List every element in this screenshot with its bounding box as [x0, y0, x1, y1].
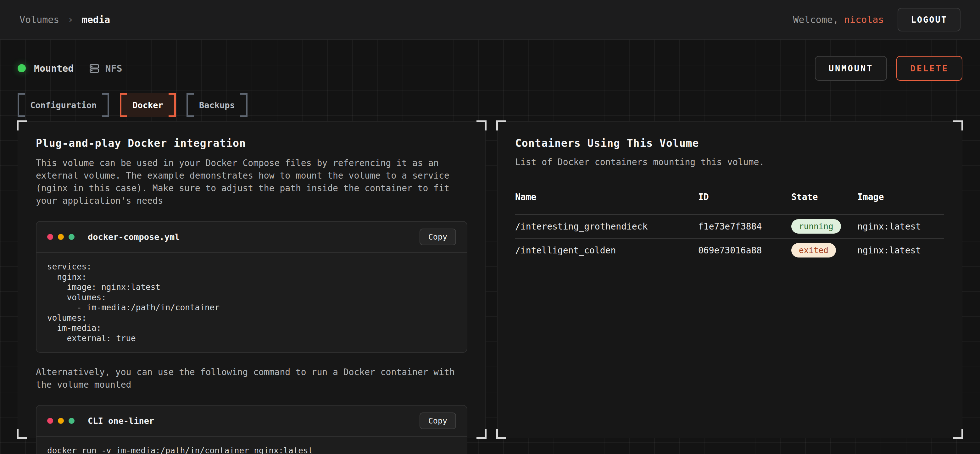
topbar: Volumes › media Welcome, nicolas LOGOUT: [0, 0, 980, 40]
container-id: 069e73016a88: [698, 245, 791, 256]
server-icon: [89, 63, 100, 74]
compose-copy-button[interactable]: Copy: [420, 229, 456, 245]
corner-bracket: [496, 429, 506, 439]
state-badge: exited: [791, 243, 836, 257]
username: nicolas: [844, 14, 884, 25]
traffic-amber-icon: [58, 418, 64, 424]
traffic-red-icon: [47, 234, 53, 240]
column-header-id: ID: [698, 192, 791, 202]
containers-table: Name ID State Image /interesting_grothen…: [515, 192, 944, 262]
containers-panel: Containers Using This Volume List of Doc…: [497, 121, 963, 438]
delete-button[interactable]: DELETE: [896, 56, 963, 81]
traffic-lights: [47, 234, 75, 240]
containers-panel-subtitle: List of Docker containers mounting this …: [515, 157, 944, 167]
tab-docker[interactable]: Docker: [120, 93, 176, 117]
column-header-state: State: [791, 192, 858, 202]
traffic-green-icon: [68, 418, 75, 424]
unmount-button[interactable]: UNMOUNT: [815, 56, 887, 81]
mounted-label: Mounted: [34, 63, 73, 74]
state-badge: running: [791, 219, 841, 233]
cli-code-header: CLI one-liner Copy: [37, 406, 467, 437]
corner-bracket: [476, 429, 487, 439]
main-content: Mounted NFS UNMOUNT DELETE Configuration…: [0, 40, 980, 454]
docker-integration-panel: Plug-and-play Docker integration This vo…: [18, 121, 485, 438]
driver-badge: NFS: [89, 63, 122, 74]
compose-code-header: docker-compose.yml Copy: [37, 222, 467, 253]
breadcrumb: Volumes › media: [19, 14, 110, 25]
table-row: /intelligent_colden069e73016a88exitedngi…: [515, 238, 944, 262]
compose-code-block: docker-compose.yml Copy services: nginx:…: [36, 221, 467, 353]
corner-bracket: [496, 121, 506, 130]
traffic-amber-icon: [58, 234, 64, 240]
corner-bracket: [953, 121, 963, 130]
docker-panel-description: This volume can be used in your Docker C…: [36, 157, 467, 207]
driver-label: NFS: [105, 63, 122, 74]
traffic-green-icon: [68, 234, 75, 240]
column-header-image: Image: [858, 192, 944, 202]
column-header-name: Name: [515, 192, 698, 202]
traffic-lights: [47, 418, 75, 424]
volume-actions: UNMOUNT DELETE: [815, 56, 963, 81]
mounted-status-dot: [18, 64, 26, 72]
compose-code: services: nginx: image: nginx:latest vol…: [37, 253, 467, 352]
status-row: Mounted NFS UNMOUNT DELETE: [18, 57, 963, 79]
tab-backups[interactable]: Backups: [186, 93, 248, 117]
corner-bracket: [476, 121, 487, 130]
cli-note: Alternatively, you can use the following…: [36, 366, 467, 391]
traffic-red-icon: [47, 418, 53, 424]
cli-filename: CLI one-liner: [88, 416, 154, 426]
corner-bracket: [17, 429, 27, 439]
corner-bracket: [953, 429, 963, 439]
cli-code-block: CLI one-liner Copy docker run -v im-medi…: [36, 405, 467, 454]
corner-bracket: [17, 121, 27, 130]
breadcrumb-current: media: [82, 14, 110, 25]
breadcrumb-separator-icon: ›: [67, 14, 73, 25]
container-image: nginx:latest: [858, 221, 944, 232]
breadcrumb-volumes[interactable]: Volumes: [19, 14, 59, 25]
logout-button[interactable]: LOGOUT: [897, 8, 961, 32]
containers-table-body: /interesting_grothendieckf1e73e7f3884run…: [515, 214, 944, 262]
container-id: f1e73e7f3884: [698, 221, 791, 232]
topbar-right: Welcome, nicolas LOGOUT: [793, 8, 961, 32]
cli-copy-button[interactable]: Copy: [420, 413, 456, 429]
compose-filename: docker-compose.yml: [88, 232, 180, 242]
docker-panel-title: Plug-and-play Docker integration: [36, 137, 467, 149]
tab-bar: Configuration Docker Backups: [18, 93, 963, 117]
tab-configuration[interactable]: Configuration: [18, 93, 109, 117]
container-image: nginx:latest: [858, 245, 944, 256]
table-row: /interesting_grothendieckf1e73e7f3884run…: [515, 214, 944, 238]
cli-code: docker run -v im-media:/path/in/containe…: [37, 437, 467, 454]
panels: Plug-and-play Docker integration This vo…: [18, 121, 963, 438]
welcome-text: Welcome, nicolas: [793, 14, 884, 25]
container-name: /interesting_grothendieck: [515, 221, 698, 232]
containers-panel-title: Containers Using This Volume: [515, 137, 944, 149]
container-name: /intelligent_colden: [515, 245, 698, 256]
containers-table-header: Name ID State Image: [515, 192, 944, 214]
